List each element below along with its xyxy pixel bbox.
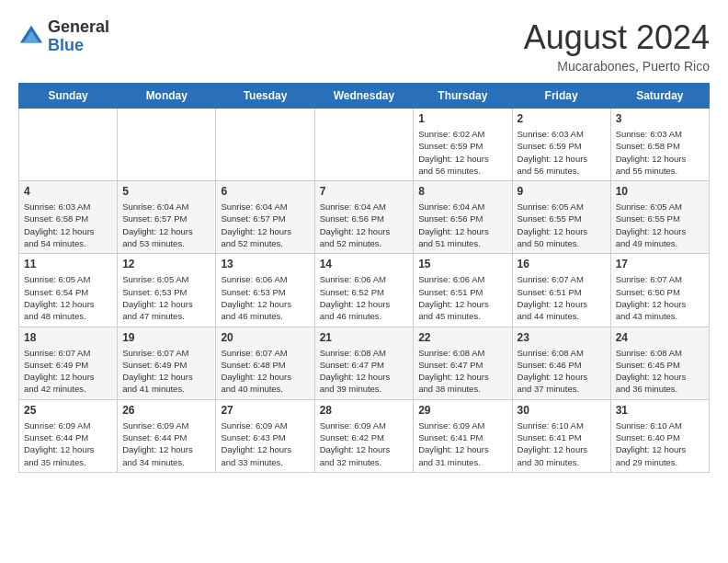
day-number: 31 xyxy=(616,404,704,417)
day-number: 8 xyxy=(418,185,506,198)
day-number: 30 xyxy=(518,404,606,417)
calendar-week-row: 18Sunrise: 6:07 AM Sunset: 6:49 PM Dayli… xyxy=(19,327,710,399)
day-info: Sunrise: 6:04 AM Sunset: 6:56 PM Dayligh… xyxy=(418,201,506,249)
day-info: Sunrise: 6:03 AM Sunset: 6:58 PM Dayligh… xyxy=(24,201,112,249)
calendar-cell: 23Sunrise: 6:08 AM Sunset: 6:46 PM Dayli… xyxy=(512,327,610,399)
day-info: Sunrise: 6:04 AM Sunset: 6:56 PM Dayligh… xyxy=(320,201,409,249)
day-info: Sunrise: 6:03 AM Sunset: 6:58 PM Dayligh… xyxy=(616,128,704,177)
calendar-cell: 31Sunrise: 6:10 AM Sunset: 6:40 PM Dayli… xyxy=(610,399,709,472)
day-number: 15 xyxy=(418,258,506,270)
calendar-cell: 17Sunrise: 6:07 AM Sunset: 6:50 PM Dayli… xyxy=(610,254,709,327)
weekday-header-friday: Friday xyxy=(512,84,610,109)
weekday-header-sunday: Sunday xyxy=(19,84,118,109)
day-info: Sunrise: 6:09 AM Sunset: 6:42 PM Dayligh… xyxy=(320,419,409,468)
day-number: 17 xyxy=(616,258,704,270)
calendar-cell: 5Sunrise: 6:04 AM Sunset: 6:57 PM Daylig… xyxy=(118,181,216,254)
calendar-cell: 22Sunrise: 6:08 AM Sunset: 6:47 PM Dayli… xyxy=(414,327,512,399)
day-info: Sunrise: 6:04 AM Sunset: 6:57 PM Dayligh… xyxy=(221,201,309,249)
day-info: Sunrise: 6:08 AM Sunset: 6:47 PM Dayligh… xyxy=(418,347,506,396)
day-info: Sunrise: 6:05 AM Sunset: 6:53 PM Dayligh… xyxy=(122,273,210,322)
calendar-table: SundayMondayTuesdayWednesdayThursdayFrid… xyxy=(18,83,710,473)
day-info: Sunrise: 6:03 AM Sunset: 6:59 PM Dayligh… xyxy=(518,128,606,177)
calendar-cell: 4Sunrise: 6:03 AM Sunset: 6:58 PM Daylig… xyxy=(19,181,118,254)
weekday-header-tuesday: Tuesday xyxy=(216,84,314,109)
calendar-cell: 26Sunrise: 6:09 AM Sunset: 6:44 PM Dayli… xyxy=(118,399,216,472)
day-info: Sunrise: 6:06 AM Sunset: 6:53 PM Dayligh… xyxy=(221,273,309,322)
day-number: 23 xyxy=(518,331,606,344)
day-number: 4 xyxy=(24,185,112,198)
day-number: 24 xyxy=(616,331,704,344)
month-year-title: August 2024 xyxy=(524,18,710,57)
day-number: 19 xyxy=(122,331,210,344)
calendar-cell: 13Sunrise: 6:06 AM Sunset: 6:53 PM Dayli… xyxy=(216,254,314,327)
calendar-cell: 3Sunrise: 6:03 AM Sunset: 6:58 PM Daylig… xyxy=(610,109,709,181)
calendar-cell: 6Sunrise: 6:04 AM Sunset: 6:57 PM Daylig… xyxy=(216,181,314,254)
day-info: Sunrise: 6:07 AM Sunset: 6:51 PM Dayligh… xyxy=(518,273,606,322)
day-number: 14 xyxy=(320,258,409,270)
day-number: 13 xyxy=(221,258,309,270)
day-info: Sunrise: 6:08 AM Sunset: 6:46 PM Dayligh… xyxy=(518,347,606,396)
day-number: 16 xyxy=(518,258,606,270)
day-number: 28 xyxy=(320,404,409,417)
calendar-cell: 24Sunrise: 6:08 AM Sunset: 6:45 PM Dayli… xyxy=(610,327,709,399)
weekday-header-monday: Monday xyxy=(118,84,216,109)
day-info: Sunrise: 6:07 AM Sunset: 6:49 PM Dayligh… xyxy=(24,347,112,396)
day-number: 6 xyxy=(221,185,309,198)
calendar-cell: 28Sunrise: 6:09 AM Sunset: 6:42 PM Dayli… xyxy=(314,399,414,472)
day-info: Sunrise: 6:05 AM Sunset: 6:55 PM Dayligh… xyxy=(518,201,606,249)
day-info: Sunrise: 6:10 AM Sunset: 6:41 PM Dayligh… xyxy=(518,419,606,468)
calendar-cell: 21Sunrise: 6:08 AM Sunset: 6:47 PM Dayli… xyxy=(314,327,414,399)
calendar-cell: 20Sunrise: 6:07 AM Sunset: 6:48 PM Dayli… xyxy=(216,327,314,399)
calendar-cell: 2Sunrise: 6:03 AM Sunset: 6:59 PM Daylig… xyxy=(512,109,610,181)
calendar-cell: 27Sunrise: 6:09 AM Sunset: 6:43 PM Dayli… xyxy=(216,399,314,472)
calendar-cell: 19Sunrise: 6:07 AM Sunset: 6:49 PM Dayli… xyxy=(118,327,216,399)
day-info: Sunrise: 6:06 AM Sunset: 6:51 PM Dayligh… xyxy=(418,273,506,322)
logo-blue: Blue xyxy=(48,37,109,55)
calendar-cell: 10Sunrise: 6:05 AM Sunset: 6:55 PM Dayli… xyxy=(610,181,709,254)
day-number: 20 xyxy=(221,331,309,344)
calendar-week-row: 4Sunrise: 6:03 AM Sunset: 6:58 PM Daylig… xyxy=(19,181,710,254)
day-info: Sunrise: 6:09 AM Sunset: 6:44 PM Dayligh… xyxy=(122,419,210,468)
day-number: 10 xyxy=(616,185,704,198)
day-number: 7 xyxy=(320,185,409,198)
calendar-cell: 18Sunrise: 6:07 AM Sunset: 6:49 PM Dayli… xyxy=(19,327,118,399)
day-number: 27 xyxy=(221,404,309,417)
day-number: 5 xyxy=(122,185,210,198)
calendar-cell: 9Sunrise: 6:05 AM Sunset: 6:55 PM Daylig… xyxy=(512,181,610,254)
weekday-header-row: SundayMondayTuesdayWednesdayThursdayFrid… xyxy=(19,84,710,109)
day-number: 25 xyxy=(24,404,112,417)
day-number: 18 xyxy=(24,331,112,344)
weekday-header-thursday: Thursday xyxy=(414,84,512,109)
day-info: Sunrise: 6:07 AM Sunset: 6:50 PM Dayligh… xyxy=(616,273,704,322)
calendar-cell xyxy=(314,109,414,181)
day-info: Sunrise: 6:07 AM Sunset: 6:48 PM Dayligh… xyxy=(221,347,309,396)
weekday-header-wednesday: Wednesday xyxy=(314,84,414,109)
calendar-cell: 25Sunrise: 6:09 AM Sunset: 6:44 PM Dayli… xyxy=(19,399,118,472)
day-info: Sunrise: 6:08 AM Sunset: 6:45 PM Dayligh… xyxy=(616,347,704,396)
day-number: 22 xyxy=(418,331,506,344)
day-number: 29 xyxy=(418,404,506,417)
calendar-cell: 8Sunrise: 6:04 AM Sunset: 6:56 PM Daylig… xyxy=(414,181,512,254)
calendar-cell: 11Sunrise: 6:05 AM Sunset: 6:54 PM Dayli… xyxy=(19,254,118,327)
day-info: Sunrise: 6:02 AM Sunset: 6:59 PM Dayligh… xyxy=(418,128,506,177)
day-info: Sunrise: 6:04 AM Sunset: 6:57 PM Dayligh… xyxy=(122,201,210,249)
day-number: 21 xyxy=(320,331,409,344)
day-number: 11 xyxy=(24,258,112,270)
title-block: August 2024 Mucarabones, Puerto Rico xyxy=(524,18,710,74)
calendar-cell xyxy=(118,109,216,181)
calendar-week-row: 25Sunrise: 6:09 AM Sunset: 6:44 PM Dayli… xyxy=(19,399,710,472)
location-subtitle: Mucarabones, Puerto Rico xyxy=(524,59,710,74)
day-info: Sunrise: 6:05 AM Sunset: 6:55 PM Dayligh… xyxy=(616,201,704,249)
day-number: 2 xyxy=(518,112,606,125)
calendar-cell: 12Sunrise: 6:05 AM Sunset: 6:53 PM Dayli… xyxy=(118,254,216,327)
day-number: 12 xyxy=(122,258,210,270)
logo-general: General xyxy=(48,18,109,37)
day-info: Sunrise: 6:10 AM Sunset: 6:40 PM Dayligh… xyxy=(616,419,704,468)
weekday-header-saturday: Saturday xyxy=(610,84,709,109)
calendar-cell: 15Sunrise: 6:06 AM Sunset: 6:51 PM Dayli… xyxy=(414,254,512,327)
calendar-cell: 29Sunrise: 6:09 AM Sunset: 6:41 PM Dayli… xyxy=(414,399,512,472)
logo-text: General Blue xyxy=(48,18,109,55)
day-info: Sunrise: 6:06 AM Sunset: 6:52 PM Dayligh… xyxy=(320,273,409,322)
calendar-week-row: 1Sunrise: 6:02 AM Sunset: 6:59 PM Daylig… xyxy=(19,109,710,181)
day-info: Sunrise: 6:09 AM Sunset: 6:43 PM Dayligh… xyxy=(221,419,309,468)
